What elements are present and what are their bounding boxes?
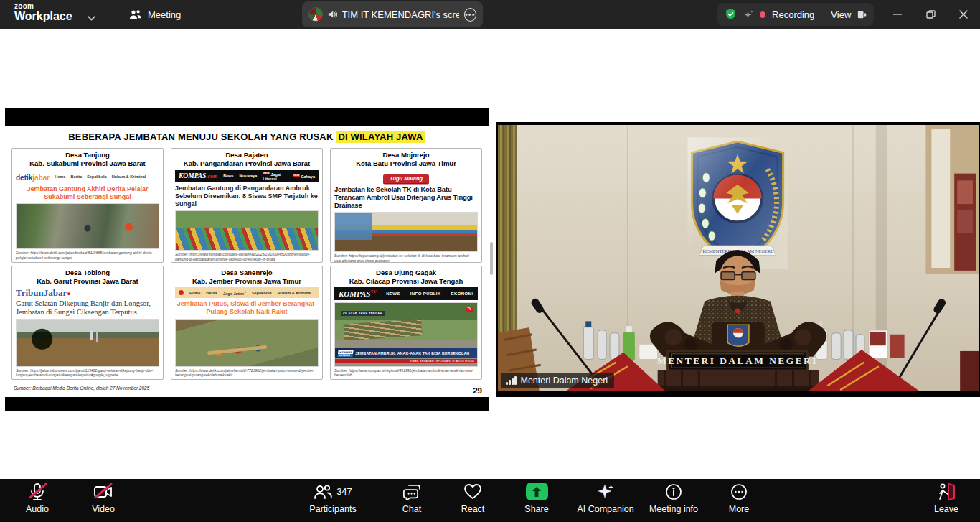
- news-ticker: SIMAK BERAGAM INFORMASI DI AKUN MEDIA: [335, 359, 477, 363]
- audio-button[interactable]: Audio: [16, 482, 59, 521]
- tab-meeting[interactable]: Meeting: [122, 0, 188, 29]
- pane-resize-handle[interactable]: [490, 242, 493, 275]
- kemendagri-emblem: KEMENTERIAN DALAM NEGERI: [687, 137, 787, 269]
- meeting-info-button[interactable]: Meeting info: [643, 482, 705, 521]
- avatar: [308, 7, 323, 22]
- recording-dot: [760, 11, 765, 18]
- detik-dot-logo: [179, 290, 184, 295]
- share-button[interactable]: Share: [515, 482, 558, 521]
- react-label: React: [461, 504, 485, 514]
- card-source-url: Sumber: https://www.kompas.com/jawa-bara…: [175, 252, 319, 262]
- location-tag: CILACAP, JAWA TENGAH: [341, 311, 385, 316]
- kompas-logo: KOMPAS.com: [179, 172, 217, 180]
- tab-options-ellipsis-icon[interactable]: •••: [464, 8, 476, 22]
- card-source-url: Sumber: https://tugumalang.id/jembatan-k…: [334, 253, 478, 263]
- card-location: Desa Toblong Kab. Garut Provinsi Jawa Ba…: [16, 269, 159, 286]
- news-card-jember: Desa Sanenrejo Kab. Jember Provinsi Jawa…: [171, 266, 323, 381]
- kompastv-logo: KOMPASTV: [339, 289, 377, 298]
- card-location: Desa Tanjung Kab. Sukabumi Provinsi Jawa…: [16, 151, 159, 169]
- shared-screen-panel: BEBERAPA JEMBATAN MENUJU SEKOLAH YANG RU…: [5, 108, 489, 411]
- carved-desk: MENTERI DALAM NEGERI: [645, 322, 831, 391]
- slide-page-number: 29: [473, 386, 482, 395]
- view-button-label[interactable]: View: [831, 9, 851, 20]
- slide-title-text: BEBERAPA JEMBATAN MENUJU SEKOLAH YANG RU…: [68, 131, 336, 142]
- react-button[interactable]: React: [452, 482, 494, 521]
- news-photo-pangandaran: [175, 210, 319, 251]
- news-card-cilacap: Desa Ujung Gagak Kab. Cilacap Provinsi J…: [330, 266, 482, 381]
- new-badge: NEW: [263, 172, 270, 174]
- card-source-url: Sumber: https://www.detik.com/jabar/beri…: [16, 251, 159, 261]
- more-button[interactable]: More: [717, 482, 760, 521]
- banner-headline: JEMBATAN AMBRUK, ANAK-ANAK TAK BISA BERS…: [355, 351, 469, 355]
- zoom-workplace-window: zoom Workplace Meeting TIM IT KEMENDAGRI…: [0, 0, 980, 522]
- ai-companion-button[interactable]: AI Companion: [573, 482, 639, 521]
- video-tile-menteri[interactable]: KEMENTERIAN DALAM NEGERI: [496, 122, 980, 397]
- site-nav: NEWSINFO PUBLIKEKONOMI: [386, 292, 473, 296]
- ai-companion-label: AI Companion: [577, 504, 633, 514]
- tugu-malang-header: Tugu Malang: [334, 170, 478, 183]
- slide-title: BEBERAPA JEMBATAN MENUJU SEKOLAH YANG RU…: [5, 131, 489, 142]
- detikjabar-logo: detikjabar: [16, 170, 50, 183]
- workspace-chevron-down-icon[interactable]: [88, 11, 95, 24]
- participants-icon: [314, 484, 332, 500]
- tv-watermark: TV: [466, 307, 473, 312]
- card-headline: Jembatan ke Sekolah TK di Kota Batu Tera…: [334, 185, 478, 210]
- leave-label: Leave: [934, 504, 958, 514]
- lower-third-banner: KOMPAS JATENG JEMBATAN AMBRUK, ANAK-ANAK…: [335, 348, 477, 358]
- card-headline: Jembatan Gantung di Pangandaran Ambruk S…: [175, 185, 319, 209]
- title-bar: zoom Workplace Meeting TIM IT KEMENDAGRI…: [0, 0, 980, 29]
- window-minimize-button[interactable]: [885, 0, 910, 29]
- slide-title-highlight: DI WILAYAH JAWA: [336, 131, 425, 143]
- ai-sparkle-icon[interactable]: [743, 9, 753, 21]
- news-card-sukabumi: Desa Tanjung Kab. Sukabumi Provinsi Jawa…: [11, 148, 164, 263]
- ai-companion-sparkle-icon: [596, 483, 615, 501]
- tribunjabar-logo: TribunJabar●: [16, 287, 159, 299]
- news-photo-sukabumi: [16, 203, 159, 249]
- news-card-pangandaran: Desa Pajaten Kab. Pangandaran Provinsi J…: [171, 148, 323, 263]
- speaker-icon: [328, 10, 337, 19]
- card-source-url: Sumber: https://jabar.tribunnews.com/gar…: [16, 368, 159, 378]
- news-photo-kota-batu: [334, 212, 478, 252]
- share-screen-icon: [526, 483, 548, 500]
- recording-status-label: Recording: [772, 9, 814, 20]
- video-button[interactable]: Video: [80, 482, 126, 521]
- card-location: Desa Mojorejo Kota Batu Provinsi Jawa Ti…: [334, 151, 478, 169]
- share-label: Share: [524, 504, 548, 514]
- news-card-grid: Desa Tanjung Kab. Sukabumi Provinsi Jawa…: [11, 148, 482, 380]
- curtain-left: [498, 125, 517, 340]
- workplace-wordmark: Workplace: [14, 11, 72, 22]
- news-photo-garut: [16, 319, 159, 366]
- participants-label: Participants: [309, 504, 356, 514]
- card-source-url: Sumber: https://www.detik.com/jatim/beri…: [175, 368, 319, 378]
- chat-label: Chat: [402, 504, 421, 514]
- tab-screen-share[interactable]: TIM IT KEMENDAGRI's screen •••: [302, 1, 483, 27]
- tab-screen-share-label: TIM IT KEMENDAGRI's screen: [342, 9, 459, 20]
- site-nav: NewsNusaraya NEWJagat Literasi NEWCahaya: [223, 172, 315, 181]
- kompas-header: KOMPAS.com NewsNusaraya NEWJagat Literas…: [175, 170, 319, 182]
- window-close-button[interactable]: [951, 0, 976, 29]
- kompas-jateng-badge: KOMPAS JATENG: [337, 350, 354, 357]
- presentation-slide: BEBERAPA JEMBATAN MENUJU SEKOLAH YANG RU…: [5, 126, 489, 397]
- card-headline: Garut Selatan Dikepung Banjir dan Longso…: [16, 299, 159, 317]
- participants-button[interactable]: 347 Participants: [296, 482, 370, 521]
- window-right: [925, 125, 979, 274]
- participants-count: 347: [336, 486, 352, 497]
- card-headline: Jembatan Gantung Akhiri Derita Pelajar S…: [16, 185, 159, 202]
- leave-button[interactable]: Leave: [924, 482, 969, 521]
- participant-name: Menteri Dalam Negeri: [521, 376, 608, 386]
- chat-button[interactable]: Chat: [390, 482, 433, 521]
- meeting-status-controls: Recording View: [717, 3, 874, 26]
- heart-icon: [463, 483, 482, 500]
- desk-nameplate: MENTERI DALAM NEGERI: [657, 355, 818, 366]
- kompastv-header: KOMPASTV NEWSINFO PUBLIKEKONOMI: [334, 287, 478, 300]
- info-icon: [665, 483, 682, 500]
- security-shield-icon[interactable]: [725, 7, 737, 22]
- tab-meeting-label: Meeting: [148, 9, 181, 20]
- view-layout-icon[interactable]: [857, 10, 867, 19]
- site-nav: HomeBeritaSepakbolaHukum & Kriminal: [55, 174, 146, 179]
- meeting-controls-toolbar: Audio Video: [0, 479, 980, 522]
- window-restore-button[interactable]: [918, 0, 943, 29]
- news-photo-cilacap: CILACAP, JAWA TENGAH TV KOMPAS JATENG JE…: [334, 302, 478, 366]
- chat-icon: [402, 483, 421, 500]
- new-badge: NEW: [293, 174, 300, 177]
